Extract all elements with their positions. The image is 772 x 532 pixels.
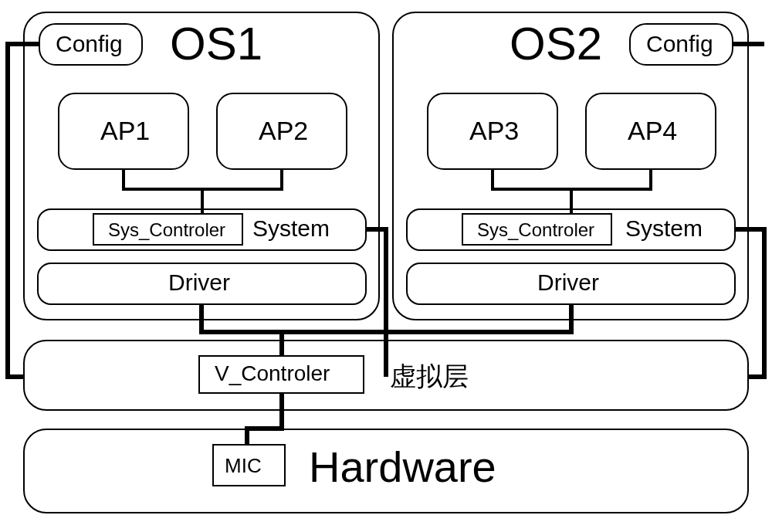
os1-config-label: Config — [56, 31, 123, 57]
os1-sys-controller-label: Sys_Controler — [108, 219, 225, 241]
os2-title: OS2 — [510, 17, 602, 70]
mic-label: MIC — [225, 454, 262, 478]
os2-config-label: Config — [646, 31, 713, 57]
os1-title: OS1 — [170, 17, 262, 70]
ap4-label: AP4 — [628, 116, 677, 146]
os1-driver-label: Driver — [168, 269, 230, 296]
os2-sys-controller-label: Sys_Controler — [477, 219, 594, 241]
v-controller-label: V_Controler — [215, 361, 330, 386]
os1-system-label: System — [252, 215, 330, 242]
ap3-label: AP3 — [469, 116, 519, 146]
os2-system-label: System — [625, 215, 703, 242]
ap2-label: AP2 — [259, 116, 308, 146]
virtual-layer-box — [23, 340, 749, 411]
ap1-label: AP1 — [100, 116, 150, 146]
virtual-layer-label: 虚拟层 — [390, 359, 469, 395]
hardware-label: Hardware — [309, 442, 496, 492]
os2-driver-label: Driver — [537, 269, 599, 296]
